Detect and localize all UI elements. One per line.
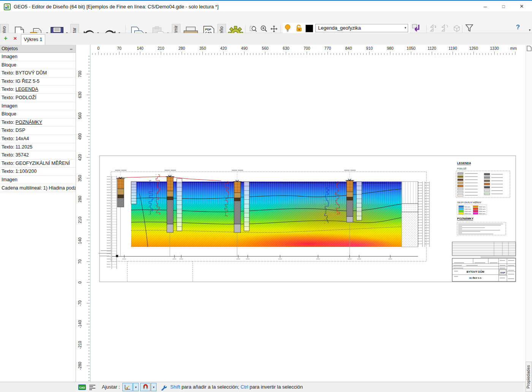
objects-panel-header: Objetos – [0, 45, 76, 53]
collapse-panel-button[interactable]: – [70, 45, 73, 53]
geology-column-right [402, 182, 418, 247]
objects-list-item[interactable]: Texto: BYTOVÝ DŮM [0, 69, 76, 77]
log-scale-column [131, 182, 136, 204]
pan-button[interactable] [269, 24, 279, 33]
unlock-icon [295, 24, 302, 32]
magnet-dropdown[interactable]: ▾ [151, 383, 157, 391]
objects-list-item[interactable]: Texto: POZNÁMKY [0, 119, 76, 127]
svg-text:140: 140 [137, 46, 144, 51]
svg-text:mm: mm [510, 46, 517, 51]
svg-text:4000 m/s: 4000 m/s [479, 213, 486, 215]
objects-list-item[interactable]: Imagen [0, 176, 76, 184]
svg-text:700: 700 [78, 71, 82, 77]
minimize-button[interactable]: – [477, 2, 494, 11]
properties-tab[interactable]: Propiedades [526, 362, 532, 392]
help-icon[interactable]: ? [512, 24, 524, 31]
svg-text:0: 0 [97, 46, 100, 51]
objects-list-item[interactable]: Texto: LEGENDA [0, 85, 76, 94]
objects-list-item[interactable]: Bloque [0, 61, 76, 70]
svg-text:-140: -140 [78, 320, 82, 328]
svg-text:1330: 1330 [490, 46, 499, 51]
subsoil-label: PODLOŽÍ [457, 167, 467, 170]
svg-text:840: 840 [345, 46, 352, 51]
svg-text:490: 490 [241, 46, 248, 51]
close-button[interactable]: × [513, 2, 530, 11]
copy-properties-all-button [441, 24, 450, 34]
objects-list-item[interactable]: Texto: DSP [0, 126, 76, 135]
filter-button[interactable] [465, 24, 473, 34]
magnet-button[interactable] [140, 383, 150, 391]
svg-text:3250 m/s: 3250 m/s [479, 208, 486, 210]
cad-status-icon[interactable]: CAD [78, 384, 86, 390]
svg-text:2000 m/s: 2000 m/s [464, 210, 471, 212]
vertical-ruler: 700630560490420350280210140700-70-140-21… [76, 55, 90, 382]
horizontal-ruler: 0701402102803504204905606307007708409109… [76, 45, 526, 55]
apply-style-button[interactable] [411, 23, 421, 33]
apply-style-icon [411, 23, 421, 33]
titleblock-section: IG ŘEZ 5-5 [469, 277, 481, 279]
snap-axes-icon [124, 384, 131, 390]
maximize-button[interactable]: □ [495, 2, 512, 11]
svg-text:910: 910 [366, 46, 373, 51]
combo-dropdown-icon[interactable]: ▾ [404, 26, 406, 30]
objects-list-item[interactable]: Texto: PODLOŽÍ [0, 94, 76, 102]
snap-mode-button[interactable] [122, 383, 133, 391]
svg-text:70: 70 [78, 259, 82, 264]
svg-text:1260: 1260 [469, 46, 478, 51]
svg-text:3000 m/s: 3000 m/s [479, 206, 486, 208]
svg-text:-280: -280 [78, 362, 82, 370]
svg-text:-210: -210 [78, 341, 82, 349]
drawing-canvas[interactable]: 0701402102803504204905606307007708409109… [76, 45, 526, 382]
tab-vykres-1[interactable]: Výkres 1 [21, 34, 45, 45]
svg-text:0: 0 [78, 281, 82, 283]
remove-drawing-button[interactable]: × [11, 35, 19, 42]
drawing-sheet[interactable]: LEGENDA PODLOŽÍ GEOFYZIKÁLNÍ MĚŘENÍ 500 … [90, 55, 526, 382]
svg-text:140: 140 [78, 237, 82, 244]
objects-list-item[interactable]: Texto: 1:100/200 [0, 168, 76, 176]
objects-list-item[interactable]: Texto: GEOFYZIKÁLNÍ MĚŘENÍ [0, 160, 76, 168]
selection-hint: Shift para añadir a la selección; Ctrl p… [170, 384, 303, 390]
objects-list-item[interactable]: Texto: IG ŘEZ 5-5 [0, 77, 76, 86]
log-scale-column [177, 179, 182, 231]
page-layout-icon[interactable] [527, 46, 532, 51]
visibility-button[interactable] [284, 24, 292, 32]
svg-text:420: 420 [220, 46, 227, 51]
wrench-icon[interactable] [160, 384, 167, 390]
objects-list-item[interactable]: Cadena multilineal: 1) Hladina podze [0, 184, 76, 193]
objects-list-item[interactable]: Bloque [0, 110, 76, 119]
svg-text:1190: 1190 [448, 46, 457, 51]
legend-style-value: Legenda_geofyzika [318, 25, 361, 31]
object-snap-lines-icon[interactable] [89, 384, 96, 390]
svg-text:350: 350 [199, 46, 206, 51]
snap-label: Ajustar : [102, 384, 120, 390]
objects-list-item[interactable]: Imagen [0, 53, 76, 61]
svg-text:560: 560 [262, 46, 269, 51]
zoom-in-button[interactable] [259, 24, 269, 33]
lock-button[interactable] [295, 24, 302, 32]
svg-text:630: 630 [78, 92, 82, 98]
objects-list-item[interactable]: Texto: 35742 [0, 151, 76, 160]
svg-text:700: 700 [304, 46, 310, 51]
zoom-window-button[interactable] [249, 24, 258, 33]
legend-style-combo[interactable]: Legenda_geofyzika ▾ [315, 24, 408, 32]
explode-block-button [452, 24, 461, 34]
titleblock-building: BYTOVÝ DŮM [467, 270, 484, 273]
objects-list-item[interactable]: Texto: 14xA4 [0, 135, 76, 143]
objects-list-item[interactable]: Imagen [0, 102, 76, 111]
svg-text:980: 980 [387, 46, 394, 51]
add-drawing-button[interactable]: + [2, 35, 10, 42]
titleblock-stage: DSP [500, 272, 505, 274]
svg-text:70: 70 [117, 46, 122, 51]
svg-text:630: 630 [283, 46, 290, 51]
color-swatch[interactable] [306, 25, 313, 32]
svg-text:770: 770 [325, 46, 331, 51]
objects-list-item[interactable]: Texto: 11.2025 [0, 143, 76, 152]
snap-mode-dropdown[interactable]: ▾ [133, 383, 139, 391]
legend-title: LEGENDA [457, 161, 471, 165]
bulb-icon [284, 24, 291, 32]
app-icon [4, 3, 11, 10]
svg-text:280: 280 [179, 46, 185, 51]
drawing-tabbar: + × Výkres 1 [0, 33, 532, 45]
help-dropdown[interactable]: ▾ [527, 28, 532, 33]
velocity-section [117, 177, 405, 255]
